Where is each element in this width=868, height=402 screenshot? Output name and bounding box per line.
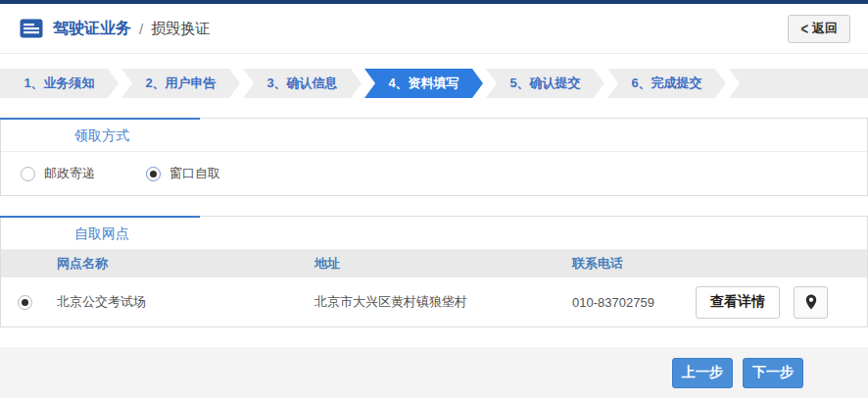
outlet-row: 北京公交考试场 北京市大兴区黄村镇狼垡村 010-83702759 查看详情	[1, 277, 867, 327]
step-filler	[729, 69, 868, 98]
pickup-option-postal[interactable]: 邮政寄递	[21, 165, 95, 182]
pickup-option-window[interactable]: 窗口自取	[146, 165, 220, 182]
radio-selected-icon[interactable]	[18, 295, 32, 310]
column-header-address: 地址	[314, 255, 572, 273]
step-4-fill-data[interactable]: 4、资料填写	[364, 69, 483, 98]
chevron-left-icon: <	[800, 19, 808, 38]
previous-step-button[interactable]: 上一步	[672, 358, 733, 388]
step-5-confirm-submit[interactable]: 5、确认提交	[486, 69, 604, 98]
view-details-button[interactable]: 查看详情	[696, 286, 780, 319]
column-header-name: 网点名称	[57, 255, 314, 273]
outlet-phone-actions-cell: 010-83702759 查看详情	[572, 286, 867, 319]
outlets-table-header: 网点名称 地址 联系电话	[1, 250, 867, 277]
outlet-name: 北京公交考试场	[57, 293, 314, 311]
footer-actions: 上一步 下一步	[0, 347, 868, 398]
step-3-confirm-info[interactable]: 3、确认信息	[243, 69, 362, 98]
pickup-options-row: 邮政寄递 窗口自取	[1, 152, 867, 195]
radio-selected-icon[interactable]	[146, 167, 161, 181]
back-button[interactable]: < 返回	[788, 15, 850, 43]
step-2-declaration[interactable]: 2、用户申告	[121, 69, 240, 98]
step-6-complete[interactable]: 6、完成提交	[607, 69, 726, 98]
page-title: 驾驶证业务	[53, 19, 131, 39]
license-list-icon	[20, 19, 43, 38]
map-location-button[interactable]	[794, 286, 828, 319]
breadcrumb-separator: /	[139, 21, 143, 37]
radio-unselected-icon[interactable]	[21, 167, 35, 181]
outlet-radio-cell	[1, 295, 57, 310]
outlet-phone: 010-83702759	[572, 295, 654, 310]
column-header-phone: 联系电话	[572, 255, 867, 273]
pickup-method-section: 领取方式 邮政寄递 窗口自取	[0, 118, 868, 196]
step-wizard: 1、业务须知 2、用户申告 3、确认信息 4、资料填写 5、确认提交 6、完成提…	[0, 69, 868, 98]
outlet-address: 北京市大兴区黄村镇狼垡村	[314, 293, 572, 311]
back-button-label: 返回	[812, 20, 838, 37]
pickup-outlets-section: 自取网点 网点名称 地址 联系电话 北京公交考试场 北京市大兴区黄村镇狼垡村 0…	[0, 216, 868, 327]
pickup-outlets-title: 自取网点	[1, 217, 867, 250]
map-pin-icon	[805, 294, 817, 310]
breadcrumb-current: 损毁换证	[151, 20, 210, 38]
page-header: 驾驶证业务 / 损毁换证 < 返回	[0, 4, 868, 54]
step-1-notice[interactable]: 1、业务须知	[0, 69, 119, 98]
next-step-button[interactable]: 下一步	[743, 358, 803, 388]
pickup-method-title: 领取方式	[1, 119, 867, 152]
pickup-option-label: 邮政寄递	[44, 165, 95, 182]
pickup-option-label: 窗口自取	[169, 165, 220, 182]
